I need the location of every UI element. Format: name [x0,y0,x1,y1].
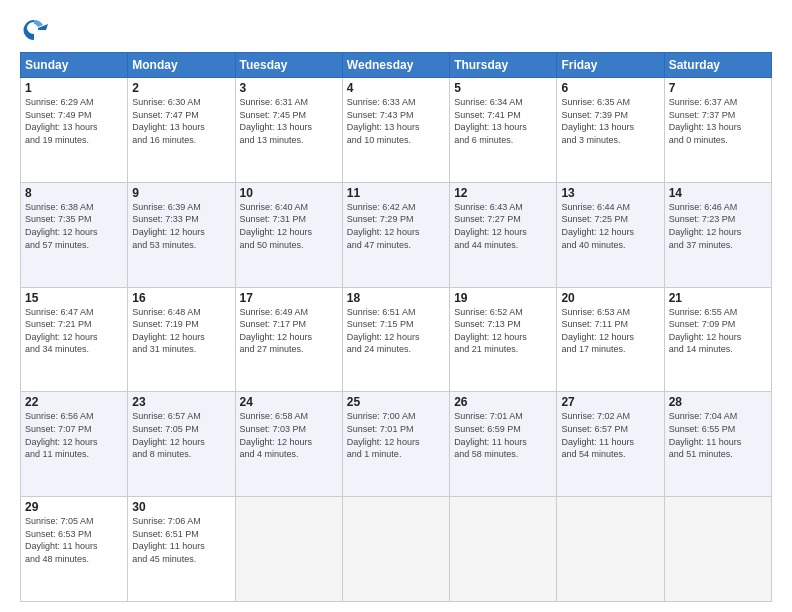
day-number: 29 [25,500,123,514]
day-info: Sunrise: 6:46 AMSunset: 7:23 PMDaylight:… [669,201,767,251]
day-info: Sunrise: 6:40 AMSunset: 7:31 PMDaylight:… [240,201,338,251]
day-info: Sunrise: 6:39 AMSunset: 7:33 PMDaylight:… [132,201,230,251]
col-friday: Friday [557,53,664,78]
day-cell-29: 29 Sunrise: 7:05 AMSunset: 6:53 PMDaylig… [21,497,128,602]
page: Sunday Monday Tuesday Wednesday Thursday… [0,0,792,612]
day-cell-12: 12 Sunrise: 6:43 AMSunset: 7:27 PMDaylig… [450,182,557,287]
day-number: 28 [669,395,767,409]
day-info: Sunrise: 7:04 AMSunset: 6:55 PMDaylight:… [669,410,767,460]
day-number: 20 [561,291,659,305]
day-number: 18 [347,291,445,305]
col-thursday: Thursday [450,53,557,78]
day-number: 15 [25,291,123,305]
day-cell-25: 25 Sunrise: 7:00 AMSunset: 7:01 PMDaylig… [342,392,449,497]
day-info: Sunrise: 6:55 AMSunset: 7:09 PMDaylight:… [669,306,767,356]
day-cell-16: 16 Sunrise: 6:48 AMSunset: 7:19 PMDaylig… [128,287,235,392]
day-number: 19 [454,291,552,305]
col-wednesday: Wednesday [342,53,449,78]
day-cell-15: 15 Sunrise: 6:47 AMSunset: 7:21 PMDaylig… [21,287,128,392]
day-info: Sunrise: 6:29 AMSunset: 7:49 PMDaylight:… [25,96,123,146]
calendar-week-4: 22 Sunrise: 6:56 AMSunset: 7:07 PMDaylig… [21,392,772,497]
day-cell-18: 18 Sunrise: 6:51 AMSunset: 7:15 PMDaylig… [342,287,449,392]
day-cell-19: 19 Sunrise: 6:52 AMSunset: 7:13 PMDaylig… [450,287,557,392]
day-info: Sunrise: 6:31 AMSunset: 7:45 PMDaylight:… [240,96,338,146]
day-number: 30 [132,500,230,514]
day-number: 21 [669,291,767,305]
day-number: 22 [25,395,123,409]
day-info: Sunrise: 6:44 AMSunset: 7:25 PMDaylight:… [561,201,659,251]
day-info: Sunrise: 6:47 AMSunset: 7:21 PMDaylight:… [25,306,123,356]
calendar-header-row: Sunday Monday Tuesday Wednesday Thursday… [21,53,772,78]
day-cell-4: 4 Sunrise: 6:33 AMSunset: 7:43 PMDayligh… [342,78,449,183]
day-number: 24 [240,395,338,409]
calendar-table: Sunday Monday Tuesday Wednesday Thursday… [20,52,772,602]
day-info: Sunrise: 6:30 AMSunset: 7:47 PMDaylight:… [132,96,230,146]
day-cell-13: 13 Sunrise: 6:44 AMSunset: 7:25 PMDaylig… [557,182,664,287]
day-info: Sunrise: 6:56 AMSunset: 7:07 PMDaylight:… [25,410,123,460]
day-number: 4 [347,81,445,95]
day-cell-6: 6 Sunrise: 6:35 AMSunset: 7:39 PMDayligh… [557,78,664,183]
col-sunday: Sunday [21,53,128,78]
calendar-week-3: 15 Sunrise: 6:47 AMSunset: 7:21 PMDaylig… [21,287,772,392]
day-cell-30: 30 Sunrise: 7:06 AMSunset: 6:51 PMDaylig… [128,497,235,602]
empty-cell [342,497,449,602]
day-cell-28: 28 Sunrise: 7:04 AMSunset: 6:55 PMDaylig… [664,392,771,497]
day-cell-10: 10 Sunrise: 6:40 AMSunset: 7:31 PMDaylig… [235,182,342,287]
day-info: Sunrise: 6:57 AMSunset: 7:05 PMDaylight:… [132,410,230,460]
day-cell-26: 26 Sunrise: 7:01 AMSunset: 6:59 PMDaylig… [450,392,557,497]
day-number: 16 [132,291,230,305]
calendar-week-2: 8 Sunrise: 6:38 AMSunset: 7:35 PMDayligh… [21,182,772,287]
day-cell-2: 2 Sunrise: 6:30 AMSunset: 7:47 PMDayligh… [128,78,235,183]
day-cell-23: 23 Sunrise: 6:57 AMSunset: 7:05 PMDaylig… [128,392,235,497]
day-number: 26 [454,395,552,409]
day-info: Sunrise: 6:34 AMSunset: 7:41 PMDaylight:… [454,96,552,146]
day-info: Sunrise: 6:48 AMSunset: 7:19 PMDaylight:… [132,306,230,356]
header [20,16,772,44]
day-info: Sunrise: 7:02 AMSunset: 6:57 PMDaylight:… [561,410,659,460]
empty-cell [450,497,557,602]
day-cell-11: 11 Sunrise: 6:42 AMSunset: 7:29 PMDaylig… [342,182,449,287]
day-info: Sunrise: 6:43 AMSunset: 7:27 PMDaylight:… [454,201,552,251]
day-info: Sunrise: 7:05 AMSunset: 6:53 PMDaylight:… [25,515,123,565]
day-number: 10 [240,186,338,200]
day-cell-22: 22 Sunrise: 6:56 AMSunset: 7:07 PMDaylig… [21,392,128,497]
col-monday: Monday [128,53,235,78]
day-number: 17 [240,291,338,305]
day-info: Sunrise: 6:33 AMSunset: 7:43 PMDaylight:… [347,96,445,146]
logo-icon [20,16,48,44]
day-number: 1 [25,81,123,95]
day-cell-20: 20 Sunrise: 6:53 AMSunset: 7:11 PMDaylig… [557,287,664,392]
day-number: 25 [347,395,445,409]
day-number: 14 [669,186,767,200]
day-info: Sunrise: 6:38 AMSunset: 7:35 PMDaylight:… [25,201,123,251]
day-number: 23 [132,395,230,409]
day-info: Sunrise: 6:58 AMSunset: 7:03 PMDaylight:… [240,410,338,460]
day-info: Sunrise: 6:51 AMSunset: 7:15 PMDaylight:… [347,306,445,356]
day-number: 2 [132,81,230,95]
day-cell-17: 17 Sunrise: 6:49 AMSunset: 7:17 PMDaylig… [235,287,342,392]
day-number: 11 [347,186,445,200]
day-cell-27: 27 Sunrise: 7:02 AMSunset: 6:57 PMDaylig… [557,392,664,497]
day-cell-14: 14 Sunrise: 6:46 AMSunset: 7:23 PMDaylig… [664,182,771,287]
day-cell-9: 9 Sunrise: 6:39 AMSunset: 7:33 PMDayligh… [128,182,235,287]
empty-cell [557,497,664,602]
empty-cell [235,497,342,602]
day-number: 9 [132,186,230,200]
day-info: Sunrise: 6:49 AMSunset: 7:17 PMDaylight:… [240,306,338,356]
day-cell-5: 5 Sunrise: 6:34 AMSunset: 7:41 PMDayligh… [450,78,557,183]
day-info: Sunrise: 6:42 AMSunset: 7:29 PMDaylight:… [347,201,445,251]
day-cell-24: 24 Sunrise: 6:58 AMSunset: 7:03 PMDaylig… [235,392,342,497]
logo [20,16,52,44]
day-number: 13 [561,186,659,200]
day-info: Sunrise: 6:35 AMSunset: 7:39 PMDaylight:… [561,96,659,146]
day-info: Sunrise: 6:53 AMSunset: 7:11 PMDaylight:… [561,306,659,356]
day-cell-8: 8 Sunrise: 6:38 AMSunset: 7:35 PMDayligh… [21,182,128,287]
day-info: Sunrise: 6:52 AMSunset: 7:13 PMDaylight:… [454,306,552,356]
day-number: 8 [25,186,123,200]
col-tuesday: Tuesday [235,53,342,78]
day-number: 5 [454,81,552,95]
col-saturday: Saturday [664,53,771,78]
calendar-week-5: 29 Sunrise: 7:05 AMSunset: 6:53 PMDaylig… [21,497,772,602]
day-info: Sunrise: 7:06 AMSunset: 6:51 PMDaylight:… [132,515,230,565]
day-cell-21: 21 Sunrise: 6:55 AMSunset: 7:09 PMDaylig… [664,287,771,392]
